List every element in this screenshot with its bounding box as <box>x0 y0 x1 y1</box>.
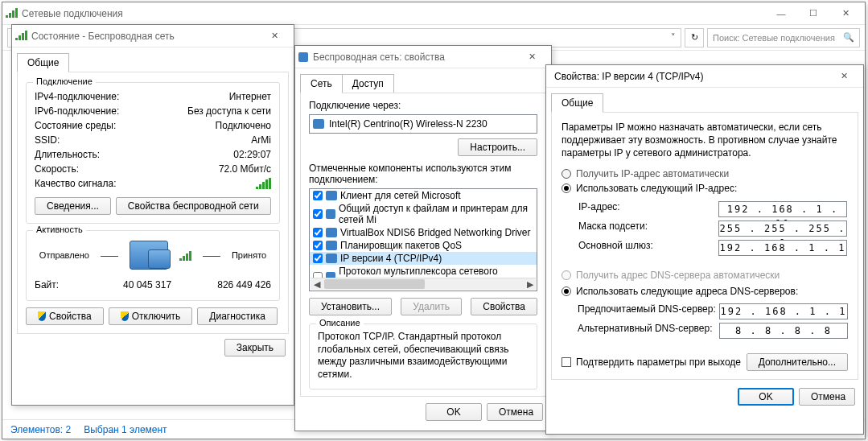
horizontal-scrollbar[interactable]: ◀ ▶ <box>311 278 536 290</box>
item-checkbox[interactable] <box>313 191 323 200</box>
cancel-button[interactable]: Отмена <box>799 388 855 406</box>
duration-label: Длительность: <box>35 149 100 160</box>
manual-dns-radio[interactable] <box>562 286 571 296</box>
description-text: Протокол TCP/IP. Стандартный протокол гл… <box>318 331 529 381</box>
speed-value: 72.0 Мбит/с <box>219 163 271 175</box>
mask-label: Маска подсети: <box>578 220 648 237</box>
description-caption: Описание <box>316 318 364 328</box>
validate-label: Подтвердить параметры при выходе <box>576 357 741 368</box>
adapter-name: Intel(R) Centrino(R) Wireless-N 2230 <box>329 118 487 130</box>
media-label: Состояние среды: <box>35 120 116 131</box>
item-label: IP версии 4 (TCP/IPv4) <box>340 253 442 264</box>
validate-checkbox[interactable] <box>562 357 571 367</box>
component-icon <box>326 241 337 250</box>
chevron-down-icon[interactable]: ˅ <box>671 32 676 43</box>
dns1-field[interactable]: 192 . 168 . 1 . 1 <box>719 303 848 319</box>
mask-field[interactable]: 255 . 255 . 255 . 0 <box>718 220 847 237</box>
item-checkbox[interactable] <box>313 241 323 250</box>
list-item[interactable]: Клиент для сетей Microsoft <box>310 189 537 202</box>
adapter-title: Беспроводная сеть: свойства <box>313 52 516 63</box>
install-button[interactable]: Установить... <box>309 298 392 315</box>
duration-value: 02:29:07 <box>233 149 271 160</box>
scroll-right-icon[interactable]: ▶ <box>524 278 536 290</box>
ipv4-value: Интернет <box>229 91 271 102</box>
connection-caption: Подключение <box>33 76 96 86</box>
signal-label: Качество сигнала: <box>35 178 116 189</box>
auto-dns-radio <box>562 270 571 280</box>
component-icon <box>326 191 337 200</box>
component-icon <box>326 228 337 237</box>
close-icon[interactable]: ✕ <box>258 27 290 45</box>
wireless-props-button[interactable]: Свойства беспроводной сети <box>116 197 271 215</box>
adapter-props-dialog: Беспроводная сеть: свойства ✕ Сеть Досту… <box>294 45 552 431</box>
advanced-button[interactable]: Дополнительно... <box>747 353 848 371</box>
tab-general[interactable]: Общие <box>17 53 69 72</box>
refresh-button[interactable]: ↻ <box>685 28 704 47</box>
wifi-status-dialog: Состояние - Беспроводная сеть ✕ Общие По… <box>11 24 294 406</box>
cancel-button[interactable]: Отмена <box>487 403 543 421</box>
item-checkbox[interactable] <box>313 253 323 263</box>
list-item[interactable]: Планировщик пакетов QoS <box>310 239 537 252</box>
ip-field[interactable]: 192 . 168 . 1 . 10 <box>718 201 847 217</box>
manual-ip-radio[interactable] <box>562 183 571 193</box>
disconnect-button[interactable]: Отключить <box>109 307 193 325</box>
gateway-field[interactable]: 192 . 168 . 1 . 1 <box>718 240 847 256</box>
close-button[interactable]: ✕ <box>829 5 862 23</box>
component-icon <box>326 291 337 291</box>
manual-ip-label: Использовать следующий IP-адрес: <box>576 183 737 194</box>
properties-button[interactable]: Свойства <box>26 307 104 325</box>
search-icon: 🔍 <box>843 32 854 43</box>
diagnose-button[interactable]: Диагностика <box>197 307 278 325</box>
search-input[interactable]: Поиск: Сетевые подключения 🔍 <box>707 28 860 47</box>
auto-ip-radio[interactable] <box>562 169 571 179</box>
configure-button[interactable]: Настроить... <box>458 138 537 156</box>
ipv4-title: Свойства: IP версии 4 (TCP/IPv4) <box>554 71 828 82</box>
ipv4-label: IPv4-подключение: <box>35 91 119 102</box>
ipv4-titlebar: Свойства: IP версии 4 (TCP/IPv4) ✕ <box>546 65 863 88</box>
signal-icon <box>256 178 271 189</box>
status-count: Элементов: 2 <box>10 424 71 435</box>
status-title: Состояние - Беспроводная сеть <box>31 31 258 42</box>
dns1-label: Предпочитаемый DNS-сервер: <box>578 303 716 319</box>
props-button[interactable]: Свойства <box>471 298 537 315</box>
item-checkbox[interactable] <box>313 291 323 291</box>
list-item[interactable]: IP версии 4 (TCP/IPv4) <box>310 252 537 265</box>
list-item[interactable]: VirtualBox NDIS6 Bridged Networking Driv… <box>310 226 537 239</box>
components-list[interactable]: Клиент для сетей MicrosoftОбщий доступ к… <box>309 188 537 291</box>
dns2-field[interactable]: 8 . 8 . 8 . 8 <box>719 323 848 339</box>
ssid-value: ArMi <box>251 134 271 146</box>
item-label: VirtualBox NDIS6 Bridged Networking Driv… <box>340 227 531 238</box>
ok-button[interactable]: OK <box>738 388 794 406</box>
sent-label: Отправлено <box>39 250 89 260</box>
media-value: Подключено <box>216 120 271 131</box>
close-button[interactable]: Закрыть <box>224 339 286 357</box>
ip-label: IP-адрес: <box>578 201 620 217</box>
item-label: Планировщик пакетов QoS <box>340 240 462 251</box>
item-checkbox[interactable] <box>313 209 323 219</box>
auto-dns-label: Получить адрес DNS-сервера автоматически <box>576 270 780 281</box>
status-selection: Выбран 1 элемент <box>84 424 167 435</box>
item-checkbox[interactable] <box>313 228 323 237</box>
tab-access[interactable]: Доступ <box>342 74 394 93</box>
search-placeholder: Поиск: Сетевые подключения <box>713 33 835 43</box>
adapter-titlebar: Беспроводная сеть: свойства ✕ <box>295 46 551 68</box>
status-titlebar: Состояние - Беспроводная сеть ✕ <box>12 25 294 47</box>
close-icon[interactable]: ✕ <box>516 48 548 66</box>
connection-group: Подключение IPv4-подключение:Интернет IP… <box>26 82 280 224</box>
manual-dns-label: Использовать следующие адреса DNS-сервер… <box>576 286 798 297</box>
nic-icon <box>313 119 324 129</box>
close-icon[interactable]: ✕ <box>828 68 860 85</box>
uninstall-button[interactable]: Удалить <box>401 298 462 315</box>
tab-general[interactable]: Общие <box>551 93 603 113</box>
minimize-button[interactable]: — <box>765 5 797 23</box>
tab-network[interactable]: Сеть <box>300 74 343 93</box>
main-title: Сетевые подключения <box>22 8 765 19</box>
list-item[interactable]: Общий доступ к файлам и принтерам для се… <box>310 202 537 226</box>
network-icon <box>6 8 17 19</box>
details-button[interactable]: Сведения... <box>35 197 111 215</box>
scroll-left-icon[interactable]: ◀ <box>311 278 323 290</box>
main-titlebar: Сетевые подключения — ☐ ✕ <box>2 2 865 25</box>
maximize-button[interactable]: ☐ <box>797 5 829 23</box>
component-icon <box>326 253 337 263</box>
ok-button[interactable]: OK <box>426 403 482 421</box>
